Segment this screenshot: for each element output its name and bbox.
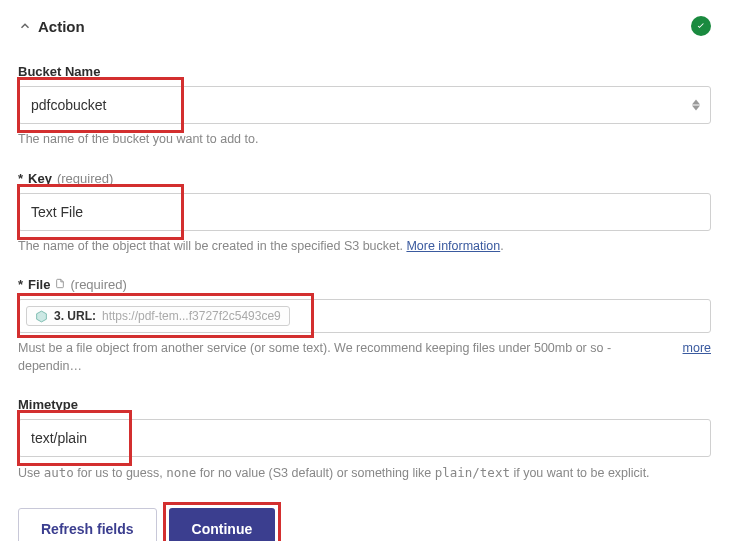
help-text: Use auto for us to guess, none for no va…	[18, 464, 711, 483]
file-type-icon	[55, 278, 65, 291]
field-label: * File (required)	[18, 277, 711, 292]
section-title: Action	[38, 18, 85, 35]
field-label: Bucket Name	[18, 64, 711, 79]
field-bucket-name: Bucket Name pdfcobucket The name of the …	[18, 64, 711, 149]
mimetype-input[interactable]: text/plain	[18, 419, 711, 457]
more-information-link[interactable]: More information	[406, 239, 500, 253]
chevron-up-icon	[18, 19, 32, 33]
code-plaintext: plain/text	[435, 465, 510, 480]
required-text: (required)	[57, 171, 113, 186]
input-value: text/plain	[31, 430, 87, 446]
code-none: none	[166, 465, 196, 480]
label-text: Bucket Name	[18, 64, 100, 79]
required-text: (required)	[70, 277, 126, 292]
svg-marker-2	[37, 311, 47, 322]
help-text-span: The name of the object that will be crea…	[18, 239, 406, 253]
field-key: * Key (required) Text File The name of t…	[18, 171, 711, 256]
field-mimetype: Mimetype text/plain Use auto for us to g…	[18, 397, 711, 483]
help-text: The name of the object that will be crea…	[18, 238, 711, 256]
file-mapped-value-pill[interactable]: 3. URL: https://pdf-tem...f3727f2c5493ce…	[26, 306, 290, 326]
field-label: Mimetype	[18, 397, 711, 412]
asterisk: *	[18, 171, 23, 186]
button-row: Refresh fields Continue	[18, 508, 711, 542]
label-text: Mimetype	[18, 397, 78, 412]
field-file: * File (required) 3. URL: https://pdf-te…	[18, 277, 711, 375]
app-step-icon	[35, 310, 48, 323]
svg-marker-0	[692, 100, 700, 105]
refresh-fields-button[interactable]: Refresh fields	[18, 508, 157, 542]
key-input[interactable]: Text File	[18, 193, 711, 231]
success-check-icon	[691, 16, 711, 36]
field-label: * Key (required)	[18, 171, 711, 186]
continue-button[interactable]: Continue	[169, 508, 276, 542]
svg-marker-1	[692, 106, 700, 111]
pill-url: https://pdf-tem...f3727f2c5493ce9	[102, 309, 281, 323]
file-input[interactable]: 3. URL: https://pdf-tem...f3727f2c5493ce…	[18, 299, 711, 333]
more-link[interactable]: more	[683, 341, 711, 355]
section-header: Action	[18, 16, 711, 36]
asterisk: *	[18, 277, 23, 292]
input-value: pdfcobucket	[31, 97, 107, 113]
bucket-name-select[interactable]: pdfcobucket	[18, 86, 711, 124]
help-text: Must be a file object from another servi…	[18, 340, 673, 375]
label-text: File	[28, 277, 50, 292]
label-text: Key	[28, 171, 52, 186]
pill-label: 3. URL:	[54, 309, 96, 323]
select-arrows-icon	[692, 99, 700, 111]
input-value: Text File	[31, 204, 83, 220]
help-text: The name of the bucket you want to add t…	[18, 131, 711, 149]
code-auto: auto	[44, 465, 74, 480]
